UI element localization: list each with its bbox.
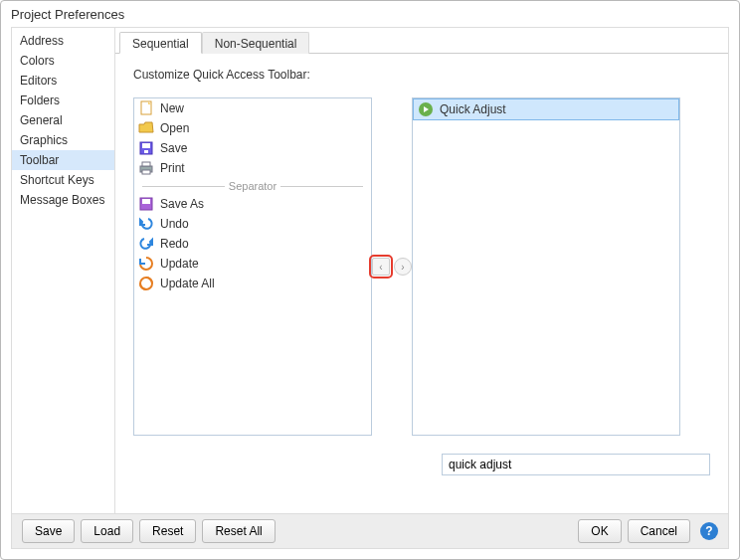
sidebar-item-address[interactable]: Address <box>12 31 114 51</box>
save-icon <box>138 140 154 156</box>
tab-bar: Sequential Non-Sequential <box>115 28 728 54</box>
category-sidebar: Address Colors Editors Folders General G… <box>11 28 115 514</box>
button-bar: Save Load Reset Reset All OK Cancel ? <box>11 513 729 549</box>
cmd-open[interactable]: Open <box>134 118 371 138</box>
svg-rect-3 <box>144 150 148 153</box>
sidebar-item-colors[interactable]: Colors <box>12 51 114 71</box>
sidebar-item-editors[interactable]: Editors <box>12 71 114 91</box>
open-icon <box>138 120 154 136</box>
print-icon <box>138 160 154 176</box>
content-area: Address Colors Editors Folders General G… <box>11 27 729 514</box>
cmd-undo[interactable]: Undo <box>134 214 371 234</box>
cmd-label: Update <box>160 257 199 271</box>
svg-rect-2 <box>142 143 150 148</box>
load-button[interactable]: Load <box>81 519 133 543</box>
cmd-quick-adjust[interactable]: Quick Adjust <box>413 98 679 120</box>
updateall-icon <box>138 276 154 291</box>
cmd-label: Update All <box>160 277 215 290</box>
cmd-save[interactable]: Save <box>134 138 371 158</box>
transfer-arrows: ‹ › <box>372 258 412 276</box>
cmd-label: Print <box>160 161 185 175</box>
quickadjust-icon <box>418 101 434 117</box>
move-right-button[interactable]: › <box>394 258 412 276</box>
cmd-label: Undo <box>160 217 189 231</box>
sidebar-item-message-boxes[interactable]: Message Boxes <box>12 190 114 210</box>
preferences-window: Project Preferences Address Colors Edito… <box>0 0 740 560</box>
new-icon <box>138 100 154 116</box>
cmd-label: Save As <box>160 197 204 211</box>
cmd-update-all[interactable]: Update All <box>134 274 371 293</box>
reset-all-button[interactable]: Reset All <box>202 519 275 543</box>
redo-icon <box>138 236 154 252</box>
main-panel: Sequential Non-Sequential Customize Quic… <box>115 28 729 514</box>
cmd-redo[interactable]: Redo <box>134 234 371 254</box>
rename-input[interactable] <box>442 454 710 475</box>
cmd-label: Quick Adjust <box>440 102 506 116</box>
sidebar-item-shortcut-keys[interactable]: Shortcut Keys <box>12 170 114 190</box>
selected-commands-list[interactable]: Quick Adjust <box>412 97 680 436</box>
cmd-update[interactable]: Update <box>134 254 371 274</box>
help-icon[interactable]: ? <box>700 522 718 540</box>
sidebar-item-graphics[interactable]: Graphics <box>12 130 114 150</box>
separator-label: Separator <box>229 180 277 192</box>
cmd-label: New <box>160 101 184 115</box>
cmd-save-as[interactable]: Save As <box>134 194 371 214</box>
svg-rect-6 <box>142 170 150 174</box>
cmd-label: Save <box>160 141 187 155</box>
cmd-print[interactable]: Print <box>134 158 371 178</box>
saveas-icon <box>138 196 154 212</box>
svg-rect-5 <box>142 162 150 166</box>
separator-row[interactable]: Separator <box>134 178 371 194</box>
tab-sequential[interactable]: Sequential <box>119 32 202 54</box>
sidebar-item-folders[interactable]: Folders <box>12 91 114 110</box>
svg-rect-8 <box>142 199 150 204</box>
cmd-label: Redo <box>160 237 189 251</box>
tab-non-sequential[interactable]: Non-Sequential <box>202 32 310 54</box>
cmd-label: Open <box>160 121 189 135</box>
cmd-new[interactable]: New <box>134 98 371 118</box>
cancel-button[interactable]: Cancel <box>628 519 690 543</box>
sidebar-item-general[interactable]: General <box>12 110 114 130</box>
move-left-button[interactable]: ‹ <box>372 258 390 276</box>
lists-row: New Open Save Print Separator Save As Un… <box>115 88 728 446</box>
save-button[interactable]: Save <box>22 519 75 543</box>
input-row <box>115 446 728 475</box>
update-icon <box>138 256 154 272</box>
available-commands-list[interactable]: New Open Save Print Separator Save As Un… <box>133 97 372 436</box>
window-title: Project Preferences <box>1 1 739 27</box>
customize-label: Customize Quick Access Toolbar: <box>115 54 728 88</box>
ok-button[interactable]: OK <box>578 519 621 543</box>
reset-button[interactable]: Reset <box>139 519 196 543</box>
undo-icon <box>138 216 154 232</box>
sidebar-item-toolbar[interactable]: Toolbar <box>12 150 114 170</box>
